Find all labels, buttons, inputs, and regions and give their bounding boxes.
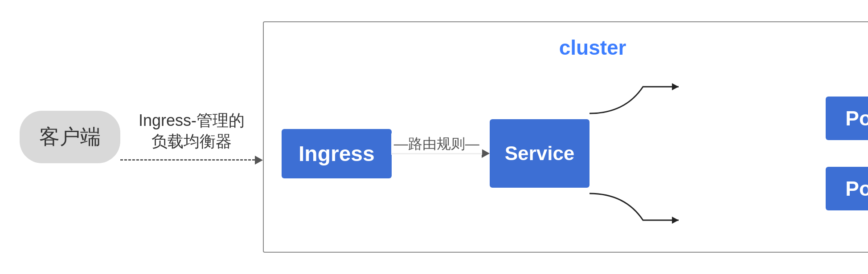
pod1-label: Pod bbox=[845, 107, 868, 130]
pods-column: Pod Pod bbox=[826, 97, 868, 210]
service-pods-group: Service Pod Pod bbox=[490, 73, 868, 234]
arrow-to-pod1 bbox=[590, 87, 679, 113]
dashed-arrow-head bbox=[255, 156, 263, 165]
service-arrows-svg bbox=[590, 73, 732, 234]
cluster-box: cluster Ingress —路由规则— Service bbox=[263, 21, 868, 253]
dashed-arrow-line2: 负载均衡器 bbox=[151, 132, 232, 150]
arrow-to-pod2 bbox=[590, 193, 679, 220]
routing-arrow-container: —路由规则— bbox=[392, 149, 490, 158]
routing-arrow-head bbox=[482, 149, 490, 158]
pod1-box: Pod bbox=[826, 97, 868, 140]
arrowhead-pod2 bbox=[672, 217, 679, 224]
routing-label: —路由规则— bbox=[391, 133, 482, 155]
arrowhead-pod1 bbox=[672, 83, 679, 90]
routing-line: —路由规则— bbox=[392, 153, 482, 154]
dashed-line-row bbox=[120, 156, 263, 165]
dashed-arrow-container: Ingress-管理的 负载均衡器 bbox=[120, 110, 263, 164]
dashed-line bbox=[120, 159, 255, 161]
ingress-box: Ingress bbox=[282, 129, 392, 178]
dashed-arrow-label: Ingress-管理的 负载均衡器 bbox=[135, 109, 248, 153]
diagram-wrapper: 客户端 Ingress-管理的 负载均衡器 cluster Ingress —路… bbox=[20, 12, 848, 262]
pod2-box: Pod bbox=[826, 167, 868, 210]
client-label: 客户端 bbox=[39, 125, 101, 148]
service-box: Service bbox=[490, 119, 590, 188]
ingress-label: Ingress bbox=[299, 142, 375, 165]
dashed-arrow-line1: Ingress-管理的 bbox=[139, 111, 245, 129]
pod2-label: Pod bbox=[845, 177, 868, 200]
client-node: 客户端 bbox=[20, 111, 120, 163]
cluster-content: Ingress —路由规则— Service bbox=[282, 68, 868, 238]
service-label: Service bbox=[505, 142, 575, 164]
cluster-title: cluster bbox=[559, 36, 626, 60]
